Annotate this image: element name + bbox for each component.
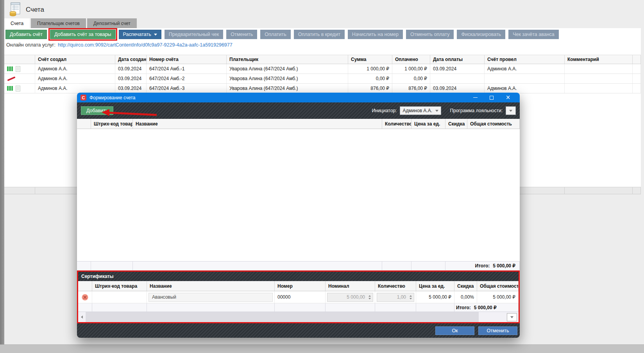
certificates-grid-header: Штрих-код товара Название Номер Номинал … — [78, 281, 519, 291]
column-discount[interactable]: Скидка — [445, 119, 467, 129]
cancel-button[interactable]: Отменить — [226, 30, 257, 39]
column-total[interactable]: Общая стоимость — [467, 119, 520, 129]
table-row[interactable]: Админов А.А. 03.09.2024 647/2024 Амб.-3 … — [4, 84, 641, 93]
cert-number-cell[interactable]: 00000 — [275, 291, 326, 303]
page-title: Счета — [26, 6, 44, 14]
pay-button[interactable]: Оплатить — [260, 30, 290, 39]
close-icon[interactable]: × — [500, 93, 516, 102]
column-qty[interactable]: Количество — [382, 119, 411, 129]
initiator-label: Инициатор: — [372, 108, 397, 113]
column-paid[interactable]: Оплачено — [392, 55, 430, 64]
column-unit-price[interactable]: Цена за ед. — [411, 119, 445, 129]
column-number[interactable]: Номер — [275, 281, 326, 291]
column-discount[interactable]: Скидка — [454, 281, 477, 291]
pay-credit-button[interactable]: Оплатить в кредит — [294, 30, 345, 39]
dialog-grid-body[interactable] — [77, 129, 520, 261]
delete-icon[interactable] — [82, 294, 88, 301]
tab-bar: Счета Плательщик счетов Депозитный счет — [4, 18, 137, 28]
tab-deposit[interactable]: Депозитный счет — [87, 18, 137, 28]
column-qty[interactable]: Количество — [375, 281, 416, 291]
loyalty-program-select[interactable] — [506, 106, 516, 115]
column-paid-date[interactable]: Дата оплаты — [430, 55, 485, 64]
certificates-section: Сертификаты Штрих-код товара Название Но… — [77, 271, 520, 323]
preliminary-check-button[interactable]: Предварительный чек — [165, 30, 224, 39]
column-barcode[interactable]: Штрих-код товара — [91, 119, 133, 129]
online-payment-link[interactable]: http://quirco.com:9092/cartContentInfo/d… — [58, 42, 233, 48]
certificates-h-scrollbar — [78, 312, 519, 322]
certificates-total-row: Итого: 5 000,00 ₽ — [78, 303, 519, 312]
cert-total-cell: 5 000,00 ₽ — [477, 291, 519, 303]
charge-to-number-button[interactable]: Начислить на номер — [348, 30, 403, 39]
column-number[interactable]: Номер счёта — [147, 55, 227, 64]
dialog-grid-total: Итого: 5 000,00 ₽ — [445, 262, 520, 270]
dialog-toolbar: Добавить Инициатор: Админов А.А. Програм… — [77, 102, 520, 119]
add-goods-invoice-button[interactable]: Добавить счёт за товары — [50, 30, 116, 39]
column-sum[interactable]: Сумма — [348, 55, 392, 64]
cancel-dialog-button[interactable]: Отменить — [478, 326, 517, 335]
column-comment[interactable]: Комментарий — [565, 55, 633, 64]
paid-barcode-icon — [7, 66, 13, 72]
column-status[interactable] — [4, 55, 35, 64]
scrollbar-dropdown[interactable] — [507, 313, 517, 321]
column-payer[interactable]: Плательщик — [227, 55, 348, 64]
minimize-icon[interactable] — [467, 93, 483, 102]
loyalty-program-label: Программа лояльности: — [450, 108, 503, 113]
dialog-button-bar: Ок Отменить — [77, 323, 520, 338]
certificates-title-bar: Сертификаты — [78, 272, 519, 281]
maximize-icon[interactable] — [483, 93, 500, 102]
receipt-icon — [16, 86, 20, 91]
paid-barcode-icon — [7, 86, 13, 91]
column-unit-price[interactable]: Цена за ед. — [416, 281, 454, 291]
column-name[interactable]: Название — [147, 281, 275, 291]
tab-invoices[interactable]: Счета — [4, 18, 30, 28]
invoice-table-header: Счёт создал Дата создания Номер счёта Пл… — [4, 55, 641, 64]
advance-offset-check-button[interactable]: Чек зачёта аванса — [508, 30, 559, 39]
chevron-down-icon — [510, 316, 513, 318]
bottom-strip — [0, 344, 644, 353]
chevron-down-icon — [435, 110, 438, 112]
table-row[interactable]: Админов А.А. 03.09.2024 647/2024 Амб.-2 … — [4, 74, 641, 84]
cert-discount-cell: 0,00% — [454, 291, 477, 303]
cert-nominal-stepper[interactable]: 5 000,00 — [327, 293, 373, 302]
column-nominal[interactable]: Номинал — [326, 281, 375, 291]
app-logo-icon: C — [80, 95, 86, 100]
dialog-add-button[interactable]: Добавить — [81, 106, 113, 115]
screen: Счета Счета Плательщик счетов Депозитный… — [0, 0, 644, 353]
column-created[interactable]: Дата создания — [115, 55, 147, 64]
online-payment-label: Онлайн оплата услуг: — [6, 42, 55, 48]
dialog-title: Формирование счета — [89, 95, 135, 100]
fiscalize-button[interactable]: Фискализировать — [457, 30, 505, 39]
tab-payers[interactable]: Плательщик счетов — [31, 18, 86, 28]
cert-barcode-cell[interactable] — [92, 291, 147, 303]
column-name[interactable]: Название — [133, 119, 382, 129]
dialog-grid-total-row: Итого: 5 000,00 ₽ — [77, 261, 520, 271]
online-payment-row: Онлайн оплата услуг: http://quirco.com:9… — [6, 41, 233, 49]
print-button[interactable]: Распечатать — [119, 30, 161, 39]
scrollbar-thumb[interactable] — [86, 312, 479, 322]
cancel-payment-button[interactable]: Отменить оплату — [406, 30, 454, 39]
main-toolbar: Добавить счёт Добавить счёт за товары Ра… — [5, 30, 559, 39]
receipt-icon — [16, 66, 20, 72]
certificate-row[interactable]: Авансовый 00000 5 000,00 1,00 5 000,00 ₽ — [78, 291, 519, 303]
stepper-arrows-icon[interactable] — [367, 295, 372, 299]
stepper-arrows-icon[interactable] — [408, 295, 413, 299]
table-row[interactable]: Админов А.А. 03.09.2024 647/2024 Амб.-1 … — [4, 64, 641, 74]
certificates-total: Итого: 5 000,00 ₽ — [454, 303, 519, 312]
column-processed[interactable]: Счёт провел — [485, 55, 565, 64]
invoices-icon — [8, 2, 22, 18]
chevron-down-icon — [154, 34, 157, 36]
chevron-down-icon — [509, 110, 512, 112]
column-creator[interactable]: Счёт создал — [35, 55, 115, 64]
scroll-left-icon[interactable] — [78, 312, 86, 322]
column-barcode[interactable]: Штрих-код товара — [92, 281, 147, 291]
dialog-title-bar[interactable]: C Формирование счета × — [77, 93, 520, 102]
left-edge-strip — [0, 0, 4, 353]
column-total[interactable]: Общая стоимость — [477, 281, 519, 291]
page-header: Счета — [8, 2, 44, 18]
add-invoice-button[interactable]: Добавить счёт — [5, 30, 47, 39]
cert-quantity-stepper[interactable]: 1,00 — [377, 293, 414, 302]
initiator-select[interactable]: Админов А.А. — [400, 106, 441, 115]
invoice-formation-dialog: C Формирование счета × Добавить Инициато… — [77, 93, 520, 338]
ok-button[interactable]: Ок — [435, 326, 474, 335]
cert-name-field[interactable]: Авансовый — [148, 293, 273, 302]
